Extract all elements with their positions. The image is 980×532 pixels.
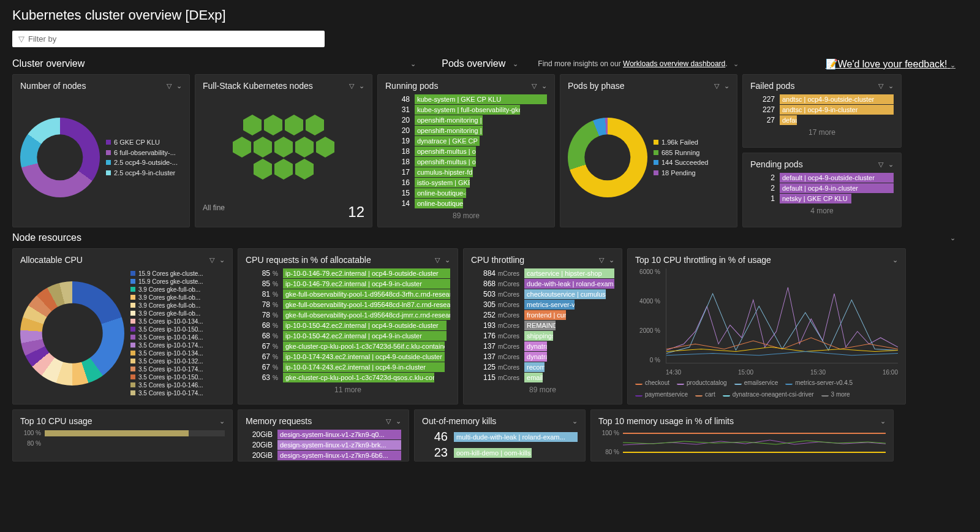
chevron-down-icon[interactable]: ⌄ <box>445 256 450 264</box>
feedback-link[interactable]: 📝We'd love your feedback! ⌄ <box>826 58 956 70</box>
panel-top10-throttling: Top 10 CPU throttling in % of usage ⌄ 60… <box>627 248 906 405</box>
chevron-down-icon[interactable]: ⌄ <box>359 82 364 90</box>
list-item[interactable]: 20GiBdesign-system-linux-v1-z7kn9-q0... <box>246 430 401 439</box>
list-item[interactable]: 85%ip-10-0-146-79.ec2.internal | ocp4-9-… <box>246 268 450 278</box>
list-item[interactable]: 81%gke-full-observability-pool-1-d95648c… <box>246 289 450 299</box>
chevron-down-icon[interactable]: ⌄ <box>572 417 578 425</box>
list-item[interactable]: 18openshift-multus | ocp4-9-in-cluster <box>385 146 547 156</box>
legend-item: 1.96k Failed <box>654 137 708 148</box>
panel-allocatable-cpu: Allocatable CPU ▽⌄ 15.9 Cores gke-cluste… <box>12 248 233 405</box>
list-item[interactable]: 137mCoresdynatrace-oneagent-csi-drive... <box>471 352 614 362</box>
chevron-down-icon[interactable]: ⌄ <box>724 82 729 90</box>
panel-title: Pending pods <box>750 159 803 169</box>
list-item[interactable]: 15online-boutique-stable | full-observab… <box>385 188 547 198</box>
list-item[interactable]: 14online-boutique | full-observability-g… <box>385 199 547 208</box>
list-item[interactable]: 193mCoresREMAINDER | REMAINDER <box>471 321 614 330</box>
chevron-down-icon[interactable]: ⌄ <box>609 256 614 264</box>
chevron-down-icon[interactable]: ⌄ <box>888 82 894 90</box>
chevron-down-icon[interactable]: ⌄ <box>176 82 182 90</box>
legend-item: 685 Running <box>654 148 708 158</box>
chevron-down-icon[interactable]: ⌄ <box>410 60 416 68</box>
chevron-down-icon[interactable]: ⌄ <box>219 417 225 425</box>
legend-item: 15.9 Cores gke-cluste... <box>130 270 203 278</box>
list-item[interactable]: 16istio-system | GKE CP KLU <box>385 178 547 188</box>
list-item[interactable]: 78%gke-full-observability-pool-1-d95648c… <box>246 300 450 310</box>
list-item[interactable]: 78%gke-full-observability-pool-1-d95648c… <box>246 310 450 320</box>
filter-icon[interactable]: ▽ <box>878 82 883 90</box>
list-item[interactable]: 23oom-kill-demo | oom-kills <box>422 446 578 460</box>
legend-item: 3.9 Cores gke-full-ob... <box>130 302 203 310</box>
more-link[interactable]: 4 more <box>750 207 894 215</box>
list-item[interactable]: 27default | ocp4-9-outside-cluster <box>750 115 894 125</box>
filter-icon[interactable]: ▽ <box>167 82 172 90</box>
chevron-down-icon[interactable]: ⌄ <box>880 417 886 425</box>
list-item[interactable]: 2default | ocp4-9-outside-cluster <box>750 173 894 183</box>
chevron-down-icon[interactable]: ⌄ <box>950 234 956 242</box>
legend-item: 3.5 Cores ip-10-0-150... <box>130 373 203 381</box>
list-item[interactable]: 252mCoresfrontend | cumulus-hipster-fdi <box>471 310 614 320</box>
panel-top10-cpu-usage: Top 10 CPU usage ⌄ 100 % 80 % <box>12 409 233 462</box>
filter-icon[interactable]: ▽ <box>532 82 537 90</box>
more-link[interactable]: 17 more <box>750 128 894 137</box>
panel-cpu-requests: CPU requests in % of allocatable ▽⌄ 85%i… <box>238 248 458 405</box>
filter-icon[interactable]: ▽ <box>386 417 391 425</box>
list-item[interactable]: 125mCoresrecommendationservice | cu... <box>471 362 614 372</box>
chevron-down-icon[interactable]: ⌄ <box>888 161 894 169</box>
chevron-down-icon[interactable]: ⌄ <box>892 256 898 264</box>
list-item[interactable]: 48kube-system | GKE CP KLU <box>385 94 547 104</box>
more-link[interactable]: 89 more <box>385 211 547 220</box>
filter-icon[interactable]: ▽ <box>878 161 883 169</box>
list-item[interactable]: 19dynatrace | GKE CP KLU <box>385 136 547 146</box>
list-item[interactable]: 176mCoresshippingservice | florian-shop <box>471 331 614 341</box>
list-item[interactable]: 20openshift-monitoring | ocp4-9-outside.… <box>385 126 547 135</box>
legend-item: 3.5 Cores ip-10-0-150... <box>130 325 203 333</box>
list-item[interactable]: 868mCoresdude-with-leak | roland-exam... <box>471 279 614 289</box>
list-item[interactable]: 63%gke-cluster-cp-klu-pool-1-c3c7423d-qs… <box>246 373 450 382</box>
list-item[interactable]: 20GiBdesign-system-linux-v1-g7267-ppq... <box>246 461 401 462</box>
list-item[interactable]: 227andtsc | ocp4-9-in-cluster <box>750 105 894 115</box>
list-item[interactable]: 305mCoresmetrics-server-v0.4.5 | kube-s.… <box>471 300 614 310</box>
panel-title: Pods by phase <box>568 81 625 91</box>
panel-failed-pods: Failed pods ▽⌄ 227andtsc | ocp4-9-outsid… <box>742 74 902 148</box>
legend-item: checkout <box>635 379 669 386</box>
list-item[interactable]: 2default | ocp4-9-in-cluster <box>750 183 894 193</box>
list-item[interactable]: 20GiBdesign-system-linux-v1-z7kn9-6b6... <box>246 450 401 460</box>
panel-title: Full-Stack Kubernetes nodes <box>203 81 313 91</box>
list-item[interactable]: 31kube-system | full-observability-gke <box>385 105 547 115</box>
list-item[interactable]: 68%ip-10-0-150-42.ec2.internal | ocp4-9-… <box>246 321 450 330</box>
workloads-dashboard-link[interactable]: Workloads overview dashboard <box>623 59 725 68</box>
list-item[interactable]: 68%ip-10-0-150-42.ec2.internal | ocp4-9-… <box>246 331 450 341</box>
list-item[interactable]: 17cumulus-hipster-fdi | GKE CP KLU <box>385 167 547 177</box>
list-item[interactable]: 227andtsc | ocp4-9-outside-cluster <box>750 94 894 104</box>
filter-input[interactable]: ▽ Filter by <box>12 31 325 47</box>
filter-icon[interactable]: ▽ <box>599 256 604 264</box>
filter-icon[interactable]: ▽ <box>349 82 354 90</box>
chevron-down-icon[interactable]: ⌄ <box>513 60 518 68</box>
list-item[interactable]: 503mCorescheckoutservice | cumulus-hip..… <box>471 289 614 299</box>
panel-title: Number of nodes <box>20 81 86 91</box>
list-item[interactable]: 20openshift-monitoring | ocp4-9-in-clust… <box>385 115 547 125</box>
more-link[interactable]: 11 more <box>246 386 450 394</box>
more-link[interactable]: 89 more <box>471 386 614 394</box>
legend-item: 6 full-observability-... <box>106 148 178 158</box>
list-item[interactable]: 20GiBdesign-system-linux-v1-z7kn9-brk... <box>246 440 401 450</box>
list-item[interactable]: 46multi-dude-with-leak | roland-exam... <box>422 430 578 444</box>
page-title: Kubernetes cluster overview [DExp] <box>12 7 968 23</box>
chevron-down-icon[interactable]: ⌄ <box>219 256 225 264</box>
filter-icon[interactable]: ▽ <box>435 256 440 264</box>
list-item[interactable]: 18openshift-multus | ocp4-9-outside-clu.… <box>385 157 547 167</box>
chevron-down-icon[interactable]: ⌄ <box>733 60 739 67</box>
list-item[interactable]: 67%ip-10-0-174-243.ec2.internal | ocp4-9… <box>246 362 450 372</box>
chevron-down-icon[interactable]: ⌄ <box>396 417 401 425</box>
list-item[interactable]: 137mCoresdynatrace-oneagent-csi-drive... <box>471 341 614 351</box>
filter-icon[interactable]: ▽ <box>714 82 719 90</box>
list-item[interactable]: 85%ip-10-0-146-79.ec2.internal | ocp4-9-… <box>246 279 450 289</box>
list-item[interactable]: 1netsky | GKE CP KLU <box>750 194 894 203</box>
donut-chart <box>20 118 100 197</box>
filter-icon[interactable]: ▽ <box>209 256 214 264</box>
list-item[interactable]: 884mCorescartservice | hipster-shop <box>471 268 614 278</box>
chevron-down-icon[interactable]: ⌄ <box>541 82 547 90</box>
list-item[interactable]: 67%ip-10-0-174-243.ec2.internal | ocp4-9… <box>246 352 450 362</box>
list-item[interactable]: 67%gke-cluster-cp-klu-pool-1-c3c7423d-56… <box>246 341 450 351</box>
list-item[interactable]: 115mCoresemailservice | florian-shop <box>471 373 614 382</box>
